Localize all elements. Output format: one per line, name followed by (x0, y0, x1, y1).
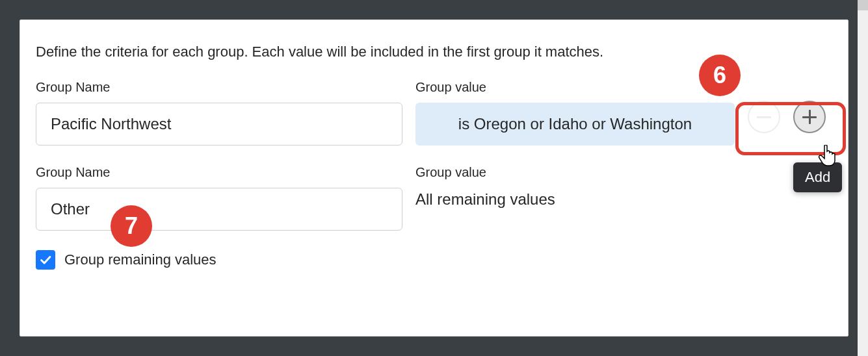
group-remaining-checkbox[interactable] (36, 250, 55, 270)
group-value-pill[interactable]: is Oregon or Idaho or Washington (415, 103, 735, 146)
add-group-button[interactable] (793, 101, 826, 133)
group-remaining-row: Group remaining values (36, 250, 832, 270)
add-tooltip: Add (793, 162, 842, 192)
minus-icon (757, 116, 771, 118)
group-value-label: Group value (415, 165, 832, 180)
group-value-static: All remaining values (415, 189, 832, 210)
row-actions (748, 80, 832, 133)
group-value-col: Group value is Oregon or Idaho or Washin… (415, 80, 735, 146)
group-name-input[interactable] (36, 103, 402, 146)
panel-description: Define the criteria for each group. Each… (36, 44, 832, 60)
group-row: Group Name Group value All remaining val… (36, 165, 832, 231)
group-value-col: Group value All remaining values (415, 165, 832, 210)
group-name-col: Group Name (36, 80, 402, 146)
group-name-label: Group Name (36, 80, 402, 95)
group-row: Group Name Group value is Oregon or Idah… (36, 80, 832, 146)
group-name-label: Group Name (36, 165, 402, 180)
scrollbar-up-icon (858, 0, 868, 10)
group-name-input[interactable] (36, 188, 402, 231)
group-value-label: Group value (415, 80, 735, 95)
remove-group-button (748, 101, 780, 133)
scrollbar[interactable] (858, 0, 868, 356)
group-criteria-panel: Define the criteria for each group. Each… (20, 19, 848, 337)
group-name-col: Group Name (36, 165, 402, 231)
group-remaining-label: Group remaining values (64, 251, 217, 268)
check-icon (38, 253, 53, 267)
